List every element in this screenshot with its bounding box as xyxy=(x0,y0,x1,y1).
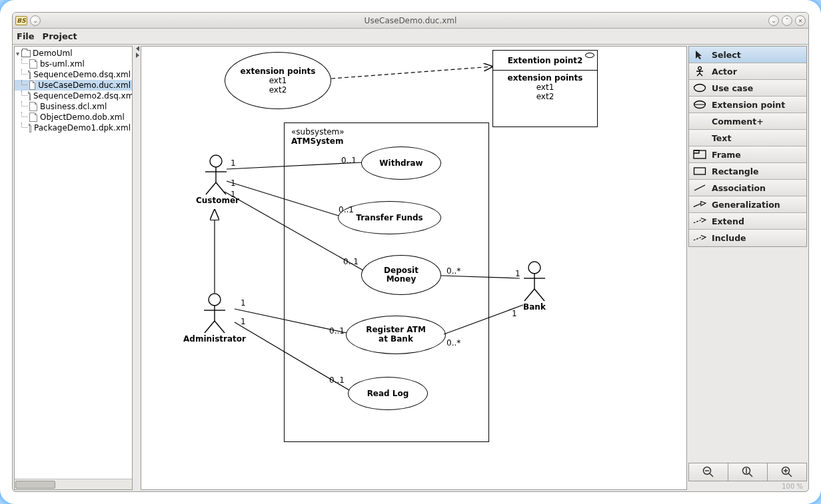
tool-label: Frame xyxy=(712,150,741,160)
file-icon xyxy=(29,102,37,111)
svg-line-37 xyxy=(694,237,702,240)
scrollbar-thumb[interactable] xyxy=(15,481,55,489)
diagram-canvas[interactable]: extension points ext1 ext2 Extention poi… xyxy=(141,46,687,490)
project-tree[interactable]: ▾ DemoUml bs-uml.xmlSequenceDemo.dsq.xml… xyxy=(15,47,132,479)
maximize-button[interactable]: ˄ xyxy=(782,15,792,26)
extension-point-ellipse[interactable]: extension points ext1 ext2 xyxy=(225,52,331,109)
tool-label: Use case xyxy=(712,83,753,93)
extension-point-rect[interactable]: Extention point2 extension points ext1 e… xyxy=(492,50,598,127)
actor-icon xyxy=(693,66,706,77)
svg-line-3 xyxy=(206,182,216,194)
close-button[interactable]: × xyxy=(795,15,806,26)
svg-line-27 xyxy=(697,73,700,76)
ext-rect-header: extension points xyxy=(493,73,597,83)
tree-item[interactable]: ObjectDemo.dob.xml xyxy=(15,112,132,123)
tree-item-label: UseCaseDemo.duc.xml xyxy=(38,81,131,90)
tree-item-label: ObjectDemo.dob.xml xyxy=(40,113,125,122)
tool-actor[interactable]: Actor xyxy=(689,63,806,80)
mult-customer-transfer-near: 1 xyxy=(231,178,236,188)
usecase-withdraw[interactable]: Withdraw xyxy=(361,146,441,180)
zoom-in-button[interactable] xyxy=(768,463,806,481)
actor-bank-label: Bank xyxy=(518,302,551,312)
menu-file[interactable]: File xyxy=(17,31,35,41)
tool-extend[interactable]: Extend xyxy=(689,213,806,230)
subsystem-stereotype: «subsystem» xyxy=(291,127,482,136)
svg-line-28 xyxy=(700,73,702,76)
svg-point-5 xyxy=(209,294,221,306)
tree-root[interactable]: ▾ DemoUml xyxy=(15,48,132,59)
actor-bank[interactable]: Bank xyxy=(518,261,551,312)
menubar: File Project xyxy=(13,29,808,45)
file-icon xyxy=(29,91,31,101)
tool-rectangle[interactable]: Rectangle xyxy=(689,163,806,180)
tree-item-label: SequenceDemo2.dsq.xml xyxy=(33,91,132,101)
tool-comment-[interactable]: Comment+ xyxy=(689,113,806,130)
tree-item[interactable]: PackageDemo1.dpk.xml xyxy=(15,123,132,133)
mult-customer-deposit-far: 0..1 xyxy=(343,257,359,266)
actor-customer[interactable]: Customer xyxy=(196,154,236,205)
tool-label: Extension point xyxy=(712,100,785,110)
actor-administrator[interactable]: Administrator xyxy=(181,293,248,344)
svg-line-15 xyxy=(331,67,492,79)
file-icon xyxy=(29,113,37,122)
mult-bank-register-far: 0..* xyxy=(446,338,460,348)
svg-rect-32 xyxy=(694,150,706,158)
tool-label: Rectangle xyxy=(712,166,759,176)
vertical-splitter[interactable] xyxy=(134,45,141,491)
use-case-icon xyxy=(693,83,706,93)
zoom-percent: 100 % xyxy=(688,481,807,490)
svg-line-45 xyxy=(788,473,792,477)
tree-item[interactable]: UseCaseDemo.duc.xml xyxy=(15,80,132,91)
svg-line-9 xyxy=(215,321,225,333)
mult-bank-deposit-far: 0..* xyxy=(446,266,460,276)
svg-line-13 xyxy=(524,289,534,301)
tool-select[interactable]: Select xyxy=(689,47,806,63)
svg-line-8 xyxy=(205,321,215,333)
tree-item-label: PackageDemo1.dpk.xml xyxy=(34,123,131,132)
association-icon xyxy=(693,184,706,192)
tree-item[interactable]: Business.dcl.xml xyxy=(15,101,132,112)
extend-icon xyxy=(693,217,706,225)
menu-project[interactable]: Project xyxy=(43,31,77,41)
tool-text[interactable]: Text xyxy=(689,130,806,146)
tree-item[interactable]: SequenceDemo.dsq.xml xyxy=(15,69,132,80)
svg-rect-33 xyxy=(694,168,706,174)
mult-admin-readlog-far: 0..1 xyxy=(329,376,345,385)
tool-label: Association xyxy=(712,183,766,193)
generalization-icon xyxy=(693,200,706,208)
tool-generalization[interactable]: Generalization xyxy=(689,196,806,213)
svg-line-4 xyxy=(216,182,226,194)
ellipse-mini-icon xyxy=(585,53,594,58)
svg-point-10 xyxy=(528,262,540,274)
tool-use-case[interactable]: Use case xyxy=(689,80,806,97)
tool-include[interactable]: Include xyxy=(689,230,806,246)
tree-item[interactable]: bs-uml.xml xyxy=(15,59,132,69)
tool-extension-point[interactable]: Extension point xyxy=(689,97,806,113)
svg-line-14 xyxy=(534,289,544,301)
mult-customer-transfer-far: 0..1 xyxy=(339,205,354,214)
tool-association[interactable]: Association xyxy=(689,180,806,196)
svg-line-42 xyxy=(749,473,752,477)
folder-icon xyxy=(21,50,31,57)
title-unknown-button[interactable]: ⌄ xyxy=(30,15,41,26)
mult-admin-register-far: 0..1 xyxy=(329,326,345,336)
zoom-out-button[interactable] xyxy=(689,463,728,481)
ext-ellipse-line2: ext2 xyxy=(269,85,287,95)
file-icon xyxy=(29,70,31,79)
zoom-reset-button[interactable] xyxy=(728,463,768,481)
ext-rect-title: Extention point2 xyxy=(508,56,583,65)
collapse-icon[interactable]: ▾ xyxy=(16,50,19,57)
usecase-read-log[interactable]: Read Log xyxy=(348,377,428,410)
splitter-collapse-left-icon[interactable] xyxy=(136,46,139,51)
frame-icon xyxy=(693,150,706,159)
tree-item[interactable]: SequenceDemo2.dsq.xml xyxy=(15,91,132,101)
usecase-deposit-money[interactable]: DepositMoney xyxy=(361,255,441,295)
splitter-collapse-right-icon[interactable] xyxy=(136,53,139,58)
tool-label: Include xyxy=(712,233,746,243)
include-icon xyxy=(693,234,706,242)
minimize-button[interactable]: ⌄ xyxy=(768,15,779,26)
tree-horizontal-scrollbar[interactable] xyxy=(15,479,132,489)
usecase-register-atm[interactable]: Register ATMat Bank xyxy=(346,316,446,354)
tool-frame[interactable]: Frame xyxy=(689,146,806,163)
mult-customer-withdraw-far: 0..1 xyxy=(341,156,357,165)
